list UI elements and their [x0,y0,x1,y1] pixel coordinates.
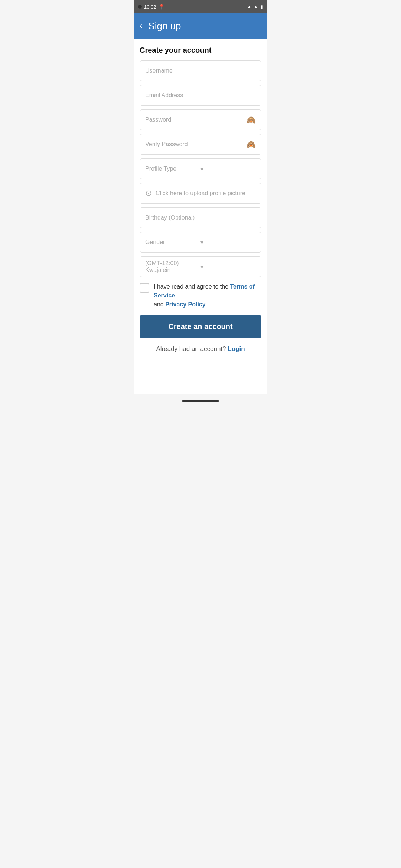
email-input[interactable] [145,92,256,99]
login-link[interactable]: Login [228,345,245,352]
wifi-icon: ▲ [247,4,251,9]
login-section: Already had an account? Login [140,345,261,353]
create-account-button[interactable]: Create an account [140,315,261,338]
terms-text: I have read and agree to the Terms of Se… [154,282,261,309]
terms-prefix: I have read and agree to the [154,283,230,290]
username-input[interactable] [145,68,256,74]
profile-type-chevron-icon: ▾ [200,165,256,172]
status-time: 10:02 [144,4,156,10]
home-indicator [182,400,219,402]
upload-picture-button[interactable]: ⊙ Click here to upload profile picture [140,183,261,204]
page-title: Sign up [148,20,181,32]
verify-password-input[interactable] [145,141,247,148]
signup-form: Create your account 🙈 🙈 Profile Type ▾ ⊙… [134,39,267,394]
verify-password-visibility-toggle[interactable]: 🙈 [247,140,256,149]
timezone-label: (GMT-12:00) Kwajalein [145,260,200,273]
camera-icon: ⊙ [145,188,152,198]
birthday-field-container [140,207,261,228]
and-text: and [154,301,165,308]
signal-icon: ▲ [254,4,258,9]
bottom-spacer [140,364,261,386]
status-bar: 10:02 📍 ▲ ▲ ▮ [134,0,267,13]
verify-password-field-container: 🙈 [140,134,261,155]
location-icon: 📍 [159,4,164,10]
terms-section: I have read and agree to the Terms of Se… [140,282,261,309]
profile-type-label: Profile Type [145,165,200,172]
battery-icon: ▮ [260,4,263,9]
password-input[interactable] [145,116,247,123]
already-account-text: Already had an account? [156,345,228,352]
privacy-policy-link[interactable]: Privacy Policy [165,301,206,308]
gender-select[interactable]: Gender ▾ [140,232,261,253]
username-field-container [140,60,261,81]
camera-cutout [138,5,142,9]
bottom-nav-bar [134,394,267,408]
app-bar: ‹ Sign up [134,13,267,39]
timezone-select[interactable]: (GMT-12:00) Kwajalein ▾ [140,256,261,277]
password-visibility-toggle[interactable]: 🙈 [247,115,256,124]
terms-checkbox[interactable] [140,283,149,293]
status-right: ▲ ▲ ▮ [247,4,263,9]
profile-type-select[interactable]: Profile Type ▾ [140,158,261,179]
timezone-chevron-icon: ▾ [200,263,256,270]
upload-label: Click here to upload profile picture [156,190,245,197]
section-heading: Create your account [140,46,261,55]
email-field-container [140,85,261,106]
birthday-input[interactable] [145,214,256,221]
password-field-container: 🙈 [140,109,261,130]
status-left: 10:02 📍 [138,4,164,10]
gender-label: Gender [145,239,200,246]
back-button[interactable]: ‹ [140,21,142,31]
gender-chevron-icon: ▾ [200,239,256,246]
